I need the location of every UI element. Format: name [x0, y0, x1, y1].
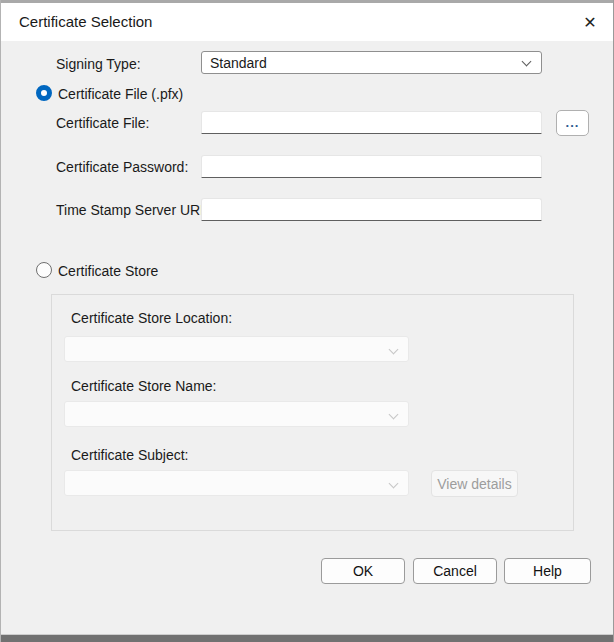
signing-type-dropdown[interactable]: Standard: [201, 51, 542, 74]
help-button[interactable]: Help: [504, 558, 591, 584]
certificate-selection-dialog: Certificate Selection ✕ Signing Type: St…: [0, 0, 614, 642]
dialog-title: Certificate Selection: [19, 13, 152, 30]
certificate-store-name-label: Certificate Store Name:: [71, 378, 217, 394]
certificate-store-name-dropdown: [64, 401, 409, 427]
certificate-subject-label: Certificate Subject:: [71, 447, 189, 463]
chevron-down-icon: [389, 410, 399, 420]
certificate-file-label: Certificate File:: [56, 115, 149, 131]
certificate-password-label: Certificate Password:: [56, 159, 188, 175]
certificate-store-radio[interactable]: [36, 262, 52, 278]
view-details-button: View details: [431, 470, 518, 497]
ok-label: OK: [353, 563, 373, 579]
certificate-subject-dropdown: [64, 470, 409, 496]
close-button[interactable]: ✕: [577, 10, 603, 36]
view-details-label: View details: [437, 476, 511, 492]
cancel-label: Cancel: [433, 563, 477, 579]
chevron-down-icon: [389, 479, 399, 489]
title-bar[interactable]: Certificate Selection ✕: [1, 3, 613, 41]
window-bottom-edge: [1, 634, 613, 642]
certificate-password-input[interactable]: [201, 155, 542, 178]
help-label: Help: [533, 563, 562, 579]
certificate-store-radio-label: Certificate Store: [58, 263, 158, 279]
certificate-store-location-label: Certificate Store Location:: [71, 310, 232, 326]
certificate-file-input[interactable]: [201, 111, 542, 134]
timestamp-server-url-input[interactable]: [201, 198, 542, 221]
certificate-file-radio-label: Certificate File (.pfx): [58, 86, 183, 102]
chevron-down-icon: [389, 345, 399, 355]
ellipsis-icon: ...: [566, 115, 580, 130]
certificate-file-radio[interactable]: [36, 85, 52, 101]
signing-type-value: Standard: [210, 55, 267, 71]
browse-button[interactable]: ...: [556, 110, 589, 136]
cancel-button[interactable]: Cancel: [413, 558, 497, 584]
close-icon: ✕: [583, 14, 596, 31]
chevron-down-icon: [522, 57, 532, 67]
ok-button[interactable]: OK: [321, 558, 405, 584]
timestamp-server-url-label: Time Stamp Server URL:: [56, 202, 212, 218]
signing-type-label: Signing Type:: [56, 56, 141, 72]
certificate-store-location-dropdown: [64, 336, 409, 362]
